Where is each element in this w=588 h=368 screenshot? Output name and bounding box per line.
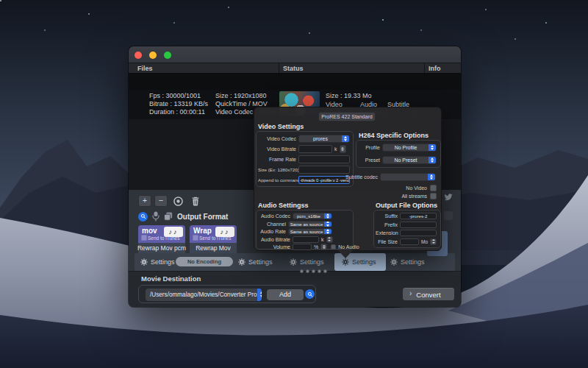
prefix-label: Prefix: [376, 222, 398, 227]
format-tile-wrap[interactable]: Wrap ♪♪ Send to iTunes Rewrap Mov: [190, 225, 237, 253]
format-name: mov: [142, 227, 157, 235]
convert-label: Convert: [416, 291, 440, 299]
preset-label: Preset: [358, 158, 380, 163]
send-to-itunes-checkbox[interactable]: [193, 235, 198, 241]
search-icon: [140, 213, 146, 219]
detail-fps: Fps : 30000/1001: [149, 92, 201, 99]
settings-button-1[interactable]: Settings: [140, 253, 175, 271]
add-file-button[interactable]: +: [138, 195, 151, 207]
select-arrows-icon: [324, 222, 331, 227]
convert-button[interactable]: › Convert: [403, 288, 454, 300]
destination-path: /Users/ommalago/Movies/Converter Pro: [146, 291, 257, 298]
destination-path-select[interactable]: /Users/ommalago/Movies/Converter Pro: [146, 289, 262, 301]
profile-value: No Profile: [383, 145, 429, 150]
remove-file-button[interactable]: −: [154, 195, 168, 207]
extension-field[interactable]: [400, 230, 437, 236]
stepper-icon[interactable]: [430, 238, 437, 245]
file-size-field[interactable]: [400, 238, 419, 245]
frame-rate-field[interactable]: [298, 155, 350, 163]
format-tile-mov[interactable]: mov ♪♪ Send to iTunes Rewrap Mov pcm: [138, 225, 185, 253]
no-video-checkbox[interactable]: [430, 185, 437, 191]
file-size-label: File Size: [376, 239, 398, 244]
volume-label: Volume: [258, 244, 290, 250]
prefix-field[interactable]: [400, 222, 437, 228]
detail-dimensions: Size : 1920x1080: [215, 92, 267, 99]
output-format-header: Output Format: [138, 211, 228, 222]
search-format-button[interactable]: [138, 212, 148, 222]
page-indicator-dots[interactable]: [300, 269, 327, 273]
channel-select[interactable]: Same as source: [288, 221, 332, 227]
add-destination-button[interactable]: Add: [267, 289, 304, 300]
no-encoding-label: No Encoding: [187, 258, 221, 265]
converter-app-window: Files Status Info ✓ cam-sanyo.m2ts 20/10…: [129, 46, 461, 307]
desktop: Files Status Info ✓ cam-sanyo.m2ts 20/10…: [0, 0, 588, 368]
subtitle-codec-select[interactable]: [380, 173, 436, 181]
target-icon[interactable]: [173, 196, 184, 207]
column-header-info[interactable]: Info: [429, 65, 441, 72]
select-arrows-icon: [257, 289, 262, 301]
file-row[interactable]: ✓ cam-sanyo.m2ts 20/10/2018 17:23 Ready …: [129, 74, 461, 90]
popover-tail: [338, 250, 353, 258]
channel-value: Same as source: [289, 222, 324, 227]
profile-label: Profile: [358, 145, 380, 150]
format-name: Wrap: [193, 227, 212, 235]
settings-label: Settings: [352, 258, 376, 266]
all-streams-label: All streams: [401, 194, 427, 199]
audio-rate-select[interactable]: Same as source: [288, 228, 332, 235]
output-file-options-group: Suffix -prores-2 Prefix Extension File S…: [373, 210, 441, 248]
video-settings-title: Video Settings: [258, 123, 304, 130]
twitter-icon[interactable]: [443, 193, 453, 202]
files-table-header: Files Status Info: [129, 63, 461, 74]
movie-destination-title: Movie Destination: [141, 275, 201, 283]
audio-bitrate-field[interactable]: [293, 236, 319, 243]
send-to-itunes-label: Send to iTunes: [148, 236, 179, 241]
suffix-field[interactable]: -prores-2: [400, 213, 437, 219]
stepper-icon[interactable]: [320, 244, 327, 250]
format-description: Rewrap Mov pcm: [138, 243, 185, 253]
send-to-itunes-label: Send to iTunes: [199, 236, 231, 241]
settings-button-5[interactable]: Settings: [390, 253, 425, 271]
gear-icon: [140, 258, 148, 266]
video-codec-select[interactable]: prores: [298, 135, 350, 143]
stepper-icon[interactable]: [340, 145, 346, 153]
reveal-destination-button[interactable]: [305, 289, 315, 299]
microphone-icon[interactable]: [152, 211, 159, 222]
settings-button-3[interactable]: Settings: [290, 253, 324, 271]
audio-bitrate-label: Audio Bitrate: [258, 237, 290, 242]
volume-unit: %: [314, 244, 318, 250]
column-divider: [279, 63, 279, 73]
stepper-icon[interactable]: [326, 236, 333, 243]
volume-field[interactable]: [293, 244, 312, 250]
profile-select[interactable]: No Profile: [382, 144, 437, 152]
output-file-options-title: Output File Options: [376, 202, 437, 209]
column-divider: [424, 63, 425, 73]
zoom-window-button[interactable]: [164, 52, 171, 59]
close-window-button[interactable]: [135, 52, 142, 59]
destination-group: /Users/ommalago/Movies/Converter Pro Add: [138, 285, 316, 303]
audio-codec-select[interactable]: pcm_s16be: [293, 213, 332, 219]
no-audio-checkbox[interactable]: [331, 244, 336, 250]
gear-icon: [290, 258, 297, 266]
all-streams-checkbox[interactable]: [430, 193, 437, 199]
preset-value: No Preset: [383, 158, 429, 163]
share-icon[interactable]: [444, 211, 453, 220]
trash-icon[interactable]: [190, 196, 201, 207]
settings-label: Settings: [401, 258, 425, 266]
plus-icon: +: [143, 196, 147, 205]
preset-select[interactable]: No Preset: [382, 156, 437, 164]
window-titlebar[interactable]: [129, 46, 461, 63]
column-header-status[interactable]: Status: [283, 65, 304, 72]
h264-options-group: Profile No Profile Preset No Preset: [356, 140, 441, 168]
select-arrows-icon: [324, 213, 331, 219]
preset-button[interactable]: ProRES 422 Standard: [318, 112, 376, 121]
copy-format-icon[interactable]: [164, 212, 173, 221]
no-encoding-button[interactable]: No Encoding: [176, 257, 233, 266]
send-to-itunes-checkbox[interactable]: [141, 235, 147, 241]
format-tile-header: mov ♪♪ Send to iTunes: [138, 225, 185, 243]
settings-label: Settings: [300, 258, 324, 266]
video-bitrate-field[interactable]: [298, 145, 332, 153]
minimize-window-button[interactable]: [149, 52, 157, 59]
column-header-files[interactable]: Files: [137, 65, 153, 72]
add-label: Add: [279, 291, 291, 298]
settings-button-2[interactable]: Settings: [238, 253, 273, 271]
